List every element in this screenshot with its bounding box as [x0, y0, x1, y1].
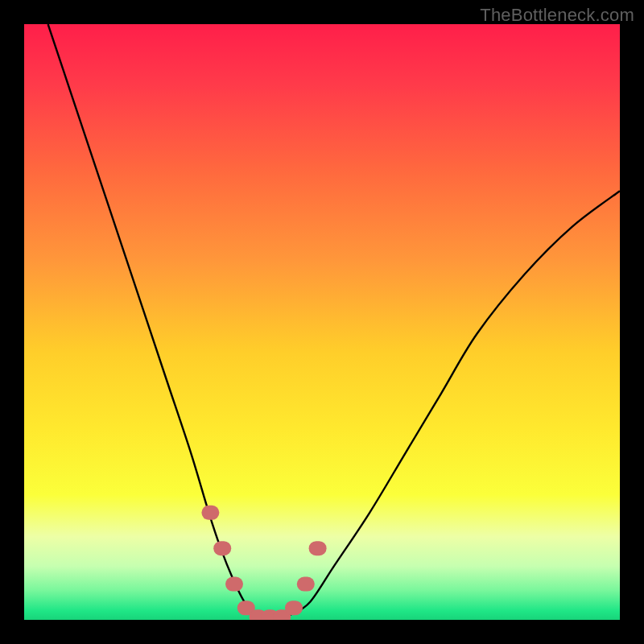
highlight-marker: [225, 577, 243, 592]
watermark-text: TheBottleneck.com: [480, 5, 634, 26]
highlight-marker: [309, 541, 327, 555]
highlight-marker: [213, 541, 231, 555]
highlight-marker: [297, 577, 315, 592]
marker-group: [201, 506, 326, 620]
bottleneck-curve: [48, 24, 620, 617]
highlight-marker: [201, 506, 219, 520]
highlight-marker: [285, 601, 303, 615]
curve-layer: [24, 24, 620, 620]
chart-frame: TheBottleneck.com: [0, 0, 644, 644]
plot-area: [24, 24, 620, 620]
